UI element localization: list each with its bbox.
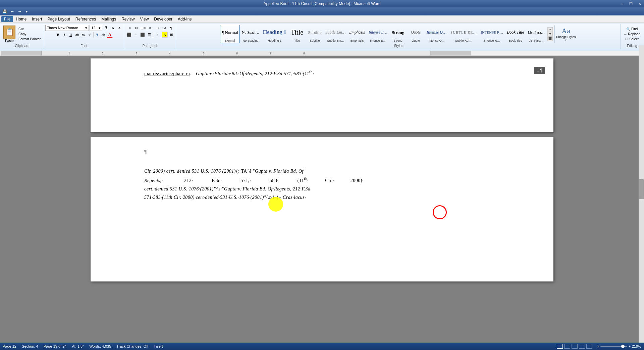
paste-button[interactable]: 📋 Paste xyxy=(3,25,16,43)
show-marks-button[interactable]: ¶ xyxy=(168,25,174,31)
multilevel-button[interactable]: ⊞≡ xyxy=(140,25,146,31)
clear-format-button[interactable]: A xyxy=(116,25,122,31)
style-strong-button[interactable]: Strong Strong xyxy=(389,25,407,43)
shading-button[interactable]: A xyxy=(162,32,168,38)
style-intense-q-button[interactable]: Intense Q… Intense Q… xyxy=(425,25,448,43)
save-qa-button[interactable]: 💾 xyxy=(1,8,8,15)
menu-review[interactable]: Review xyxy=(119,16,137,22)
find-button[interactable]: 🔍 Find xyxy=(625,27,639,31)
page2-line2: Regents,· 212· F.3d· 571,· 583· (11th· C… xyxy=(144,175,500,185)
cut-button[interactable]: Cut xyxy=(17,27,42,31)
justify-button[interactable]: ☰ xyxy=(146,32,152,38)
zoom-percent[interactable]: 219% xyxy=(632,344,641,348)
sep2 xyxy=(153,32,153,37)
editing-label: Editing xyxy=(627,43,637,48)
scrollbar-thumb[interactable] xyxy=(639,179,644,199)
vertical-scrollbar[interactable] xyxy=(639,45,644,343)
highlight-button[interactable]: ab xyxy=(100,32,106,38)
menu-file[interactable]: File xyxy=(1,16,13,22)
style-intense-r-preview: INTENSE R… xyxy=(481,26,503,39)
sort-button[interactable]: ↕A xyxy=(161,25,167,31)
superscript-button[interactable]: x² xyxy=(87,32,93,38)
redo-qa-button[interactable]: ↪ xyxy=(16,8,23,15)
print-layout-button[interactable] xyxy=(557,344,563,349)
border-button[interactable]: ⊞ xyxy=(168,32,174,38)
menu-developer[interactable]: Developer xyxy=(151,16,175,22)
style-subtitle-preview: Subtitle xyxy=(308,26,321,39)
styles-expand[interactable]: ⬛ xyxy=(547,37,553,41)
style-list-para-button[interactable]: List Para… List Para… xyxy=(526,25,546,43)
line-spacing-button[interactable]: ↕ xyxy=(154,32,160,38)
style-strong-preview: Strong xyxy=(392,26,404,39)
style-normal-button[interactable]: ¶ Normal Normal xyxy=(220,25,240,43)
svg-text:3: 3 xyxy=(136,52,137,55)
font-grow-button[interactable]: A xyxy=(103,25,109,31)
style-normal-label: Normal xyxy=(225,39,235,42)
text-effect-button[interactable]: A xyxy=(94,32,100,38)
status-track-changes[interactable]: Track Changes: Off xyxy=(116,344,148,348)
zoom-out-button[interactable]: − xyxy=(598,346,599,347)
minimize-button[interactable]: – xyxy=(618,0,627,7)
select-button[interactable]: ☐ Select xyxy=(624,37,640,41)
decrease-indent-button[interactable]: ⇤ xyxy=(148,25,154,31)
styles-scroll-down[interactable]: ▼ xyxy=(547,32,553,37)
style-intense-r-button[interactable]: INTENSE R… Intense R… xyxy=(479,25,505,43)
style-no-spacing-button[interactable]: No Spaci… No Spacing xyxy=(240,25,261,43)
paste-label: Paste xyxy=(5,39,14,43)
style-subtitle-button[interactable]: Subtitle Subtitle xyxy=(306,25,324,43)
bullets-button[interactable]: ≡ xyxy=(127,25,133,31)
strikethrough-button[interactable]: ab xyxy=(74,32,80,38)
close-button[interactable]: ✕ xyxy=(635,0,644,7)
subscript-button[interactable]: x₂ xyxy=(80,32,87,38)
menu-insert[interactable]: Insert xyxy=(29,16,45,22)
restore-button[interactable]: ❐ xyxy=(627,0,635,7)
menu-mailings[interactable]: Mailings xyxy=(99,16,119,22)
underline-button[interactable]: U xyxy=(68,32,74,38)
style-quote-button[interactable]: Quote Quote xyxy=(407,25,425,43)
style-intense-e-button[interactable]: Intense E… Intense E… xyxy=(367,25,389,43)
status-insert[interactable]: Insert xyxy=(154,344,163,348)
menu-view[interactable]: View xyxy=(138,16,152,22)
ruler: 1 2 3 4 5 6 7 8 xyxy=(0,50,644,56)
menu-page-layout[interactable]: Page Layout xyxy=(45,16,72,22)
page1-content: mauris·varius·pharetra. Gupta·v.·Florida… xyxy=(91,58,553,85)
draft-view-button[interactable] xyxy=(586,344,592,349)
align-right-button[interactable]: ⬛ xyxy=(140,32,146,38)
menu-add-ins[interactable]: Add-Ins xyxy=(175,16,194,22)
style-intense-q-label: Intense Q… xyxy=(429,39,445,42)
italic-button[interactable]: I xyxy=(61,32,67,38)
font-size-dropdown[interactable]: 12 ▾ xyxy=(90,25,102,31)
bold-button[interactable]: B xyxy=(55,32,61,38)
status-at: At: 1.8" xyxy=(72,344,84,348)
styles-scroll-up[interactable]: ▲ xyxy=(547,27,553,32)
align-center-button[interactable]: ≡ xyxy=(133,32,139,38)
copy-button[interactable]: Copy xyxy=(17,32,42,36)
numbering-button[interactable]: 1≡ xyxy=(133,25,140,31)
style-subtle-ref-button[interactable]: SUBTLE RE… Subtle Ref… xyxy=(449,25,479,43)
menu-bar: File Home Insert Page Layout References … xyxy=(0,15,644,23)
style-emphasis-button[interactable]: Emphasis Emphasis xyxy=(347,25,367,43)
web-layout-button[interactable] xyxy=(572,344,578,349)
font-color-button[interactable]: A xyxy=(107,32,113,38)
svg-text:4: 4 xyxy=(169,52,171,55)
full-screen-button[interactable] xyxy=(564,344,570,349)
menu-references[interactable]: References xyxy=(73,16,99,22)
style-heading1-button[interactable]: Heading 1 Heading 1 xyxy=(261,25,288,43)
format-painter-button[interactable]: Format Painter xyxy=(17,37,42,41)
undo-qa-button[interactable]: ↩ xyxy=(9,8,15,15)
zoom-slider[interactable] xyxy=(600,346,627,347)
outline-view-button[interactable] xyxy=(579,344,585,349)
style-title-button[interactable]: Title Title xyxy=(288,25,306,43)
menu-home[interactable]: Home xyxy=(13,16,29,22)
align-left-button[interactable]: ⬛ xyxy=(126,32,132,38)
zoom-in-button[interactable]: + xyxy=(629,345,631,348)
svg-text:7: 7 xyxy=(270,52,271,55)
style-book-title-button[interactable]: Book Title Book Title xyxy=(505,25,526,43)
increase-indent-button[interactable]: ⇥ xyxy=(155,25,161,31)
qa-dropdown-button[interactable]: ▾ xyxy=(23,8,30,15)
change-styles-button[interactable]: Aa Change Styles ▾ xyxy=(554,25,577,43)
replace-button[interactable]: ↔ Replace xyxy=(623,32,641,36)
font-name-dropdown[interactable]: Times New Roman ▾ xyxy=(45,25,89,31)
style-subtle-em-button[interactable]: Subtle Em… Subtle Em… xyxy=(324,25,347,43)
font-shrink-button[interactable]: A xyxy=(110,25,116,31)
